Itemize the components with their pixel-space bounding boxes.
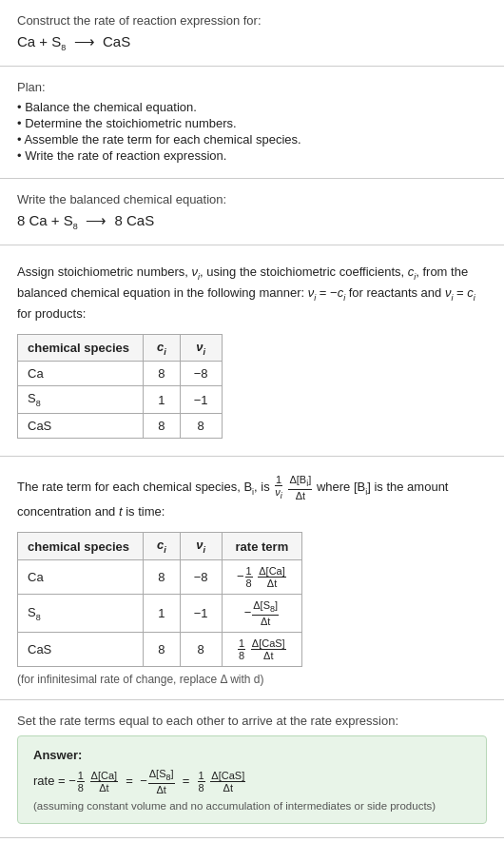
construct-label: Construct the rate of reaction expressio…: [17, 13, 487, 28]
rt-rate-cas: 18 Δ[CaS]Δt: [222, 633, 302, 667]
rate-equals: rate =: [33, 774, 68, 788]
plan-section: Plan: Balance the chemical equation. Det…: [0, 67, 504, 179]
plan-step-2: Determine the stoichiometric numbers.: [17, 116, 487, 130]
col-vi: νi: [180, 334, 222, 362]
rate-fraction: 1 νi: [274, 474, 283, 501]
table-row: S8 1 −1 −Δ[S8]Δt: [18, 595, 302, 633]
delta-fraction: Δ[Bi] Δt: [288, 474, 312, 501]
balanced-equation: 8 Ca + S8 ⟶ 8 CaS: [17, 212, 487, 231]
ci-cas: 8: [143, 413, 180, 438]
plan-step-4: Write the rate of reaction expression.: [17, 148, 487, 163]
construct-section: Construct the rate of reaction expressio…: [0, 0, 504, 67]
plan-step-3: Assemble the rate term for each chemical…: [17, 132, 487, 147]
ca-frac: 18: [77, 770, 85, 793]
rt-species-ca: Ca: [18, 559, 144, 594]
rt-col-rate: rate term: [222, 533, 302, 560]
answer-section: Set the rate terms equal to each other t…: [0, 700, 504, 837]
vi-ca: −8: [180, 362, 222, 386]
ci-s8: 1: [143, 386, 180, 414]
rt-species-cas: CaS: [18, 633, 144, 667]
rt-ci-s8: 1: [143, 595, 180, 633]
plan-list: Balance the chemical equation. Determine…: [17, 100, 487, 163]
answer-label: Answer:: [33, 748, 471, 762]
plan-title: Plan:: [17, 80, 487, 94]
table-row: CaS 8 8: [18, 413, 223, 438]
set-rate-text: Set the rate terms equal to each other t…: [17, 714, 487, 728]
table-row: Ca 8 −8: [18, 362, 223, 386]
rate-assumption: (assuming constant volume and no accumul…: [33, 800, 471, 812]
rate-expression: rate = − 18 Δ[Ca]Δt = − Δ[S8]Δt = 18 Δ[C…: [33, 768, 471, 795]
main-reaction: Ca + S8 ⟶ CaS: [17, 33, 487, 52]
rt-col-ci: ci: [143, 533, 180, 560]
rt-ci-ca: 8: [143, 559, 180, 594]
rate-footnote: (for infinitesimal rate of change, repla…: [17, 673, 487, 686]
assign-section: Assign stoichiometric numbers, νi, using…: [0, 245, 504, 457]
col-species: chemical species: [18, 334, 144, 362]
rt-ci-cas: 8: [143, 633, 180, 667]
species-ca: Ca: [18, 362, 144, 386]
balanced-section: Write the balanced chemical equation: 8 …: [0, 179, 504, 245]
vi-cas: 8: [180, 413, 222, 438]
s8-delta-frac: Δ[S8]Δt: [148, 768, 175, 795]
vi-s8: −1: [180, 386, 222, 414]
assign-text: Assign stoichiometric numbers, νi, using…: [17, 263, 487, 324]
species-s8: S8: [18, 386, 144, 414]
rate-term-text: The rate term for each chemical species,…: [17, 474, 487, 522]
table-row: Ca 8 −8 −18 Δ[Ca]Δt: [18, 559, 302, 594]
rt-col-species: chemical species: [18, 533, 144, 560]
balanced-title: Write the balanced chemical equation:: [17, 192, 487, 206]
rt-vi-cas: 8: [180, 633, 222, 667]
rt-rate-s8: −Δ[S8]Δt: [222, 595, 302, 633]
rt-species-s8: S8: [18, 595, 144, 633]
table-row: S8 1 −1: [18, 386, 223, 414]
rt-rate-ca: −18 Δ[Ca]Δt: [222, 559, 302, 594]
rate-term-table: chemical species ci νi rate term Ca 8 −8…: [17, 532, 302, 667]
col-ci: ci: [143, 334, 180, 362]
species-cas: CaS: [18, 413, 144, 438]
rt-vi-ca: −8: [180, 559, 222, 594]
cas-frac: 18: [198, 770, 205, 793]
rate-term-section: The rate term for each chemical species,…: [0, 457, 504, 700]
answer-box: Answer: rate = − 18 Δ[Ca]Δt = − Δ[S8]Δt …: [17, 735, 487, 823]
ca-delta-frac: Δ[Ca]Δt: [90, 770, 119, 793]
rt-col-vi: νi: [180, 533, 222, 560]
cas-delta-frac: Δ[CaS]Δt: [210, 770, 245, 793]
plan-step-1: Balance the chemical equation.: [17, 100, 487, 114]
rt-vi-s8: −1: [180, 595, 222, 633]
stoich-table: chemical species ci νi Ca 8 −8 S8 1 −1 C…: [17, 334, 223, 439]
ci-ca: 8: [143, 362, 180, 386]
table-row: CaS 8 8 18 Δ[CaS]Δt: [18, 633, 302, 667]
